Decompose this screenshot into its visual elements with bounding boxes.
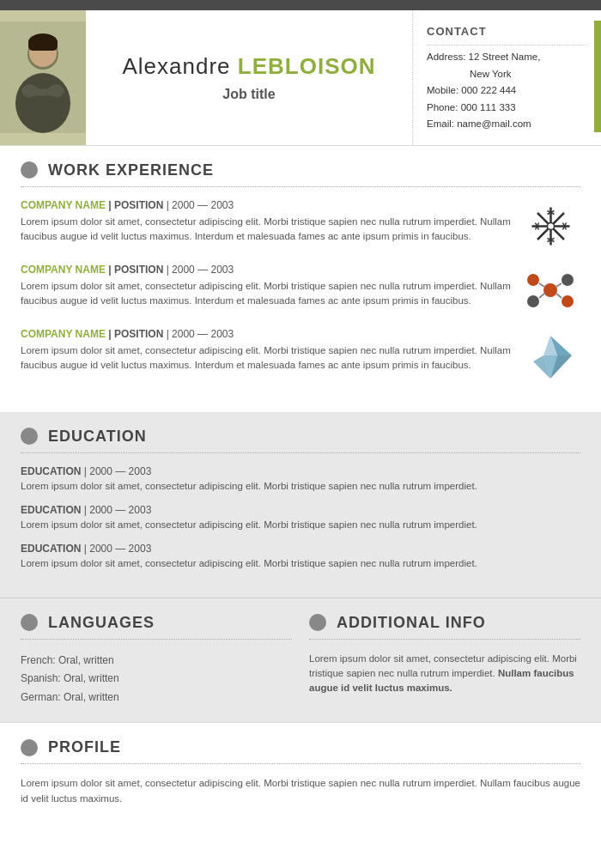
work-icon-1 [520, 199, 580, 250]
work-item: COMPANY NAME | POSITION | 2000 — 2003 Lo… [21, 199, 580, 250]
work-item-header: COMPANY NAME | POSITION | 2000 — 2003 [21, 264, 520, 276]
svg-point-20 [527, 274, 539, 286]
work-item-content: COMPANY NAME | POSITION | 2000 — 2003 Lo… [21, 199, 520, 250]
svg-line-27 [556, 294, 562, 298]
work-item: COMPANY NAME | POSITION | 2000 — 2003 Lo… [21, 328, 580, 383]
edu-item-header: EDUCATION | 2000 — 2003 [21, 543, 580, 555]
profile-divider [21, 763, 580, 764]
last-name: LEBLOISON [238, 53, 376, 79]
work-item-header: COMPANY NAME | POSITION | 2000 — 2003 [21, 199, 520, 211]
work-divider [21, 186, 580, 187]
profile-title: PROFILE [48, 738, 121, 756]
education-section: EDUCATION EDUCATION | 2000 — 2003 Lorem … [0, 412, 601, 598]
education-dot [21, 428, 38, 445]
svg-point-19 [543, 283, 557, 297]
profile-section: PROFILE Lorem ipsum dolor sit amet, cons… [0, 722, 601, 822]
education-header: EDUCATION [21, 428, 580, 446]
svg-point-2 [15, 73, 70, 133]
job-title: Job title [222, 87, 275, 102]
svg-point-21 [562, 274, 574, 286]
top-bar [0, 0, 601, 10]
education-item: EDUCATION | 2000 — 2003 Lorem ipsum dolo… [21, 504, 580, 532]
first-name: Alexandre [123, 53, 231, 79]
work-item-content: COMPANY NAME | POSITION | 2000 — 2003 Lo… [21, 328, 520, 383]
education-item: EDUCATION | 2000 — 2003 Lorem ipsum dolo… [21, 543, 580, 571]
education-item: EDUCATION | 2000 — 2003 Lorem ipsum dolo… [21, 465, 580, 494]
full-name: Alexandre LEBLOISON [123, 53, 376, 80]
work-experience-title: WORK EXPERIENCE [48, 161, 214, 179]
additional-info-header: ADDITIONAL INFO [309, 614, 580, 632]
svg-point-22 [527, 295, 539, 307]
languages-additional-section: LANGUAGES French: Oral, written Spanish:… [0, 598, 601, 723]
language-item: German: Oral, written [21, 689, 292, 707]
work-icon-3 [520, 328, 580, 383]
additional-info-col: ADDITIONAL INFO Lorem ipsum dolor sit am… [309, 614, 580, 707]
edu-item-header: EDUCATION | 2000 — 2003 [21, 465, 580, 477]
languages-divider [21, 639, 292, 640]
svg-line-26 [539, 294, 544, 298]
svg-line-25 [556, 283, 562, 287]
work-item-content: COMPANY NAME | POSITION | 2000 — 2003 Lo… [21, 264, 520, 314]
languages-col: LANGUAGES French: Oral, written Spanish:… [21, 614, 292, 707]
languages-title: LANGUAGES [48, 614, 155, 632]
contact-mobile: Mobile: 000 222 444 [427, 82, 587, 100]
work-item-header: COMPANY NAME | POSITION | 2000 — 2003 [21, 328, 520, 340]
language-item: Spanish: Oral, written [21, 670, 292, 689]
education-title: EDUCATION [48, 428, 147, 446]
work-icon-2 [520, 264, 580, 314]
additional-info-text: Lorem ipsum dolor sit amet, consectetur … [309, 652, 580, 696]
profile-text: Lorem ipsum dolor sit amet, consectetur … [21, 776, 580, 806]
side-accent-bar [594, 21, 601, 132]
additional-info-divider [309, 639, 580, 640]
languages-header: LANGUAGES [21, 614, 292, 632]
work-experience-section: WORK EXPERIENCE COMPANY NAME | POSITION … [0, 146, 601, 412]
language-item: French: Oral, written [21, 652, 292, 671]
contact-phone: Phone: 000 111 333 [427, 100, 587, 117]
two-col-layout: LANGUAGES French: Oral, written Spanish:… [21, 614, 580, 707]
svg-point-18 [547, 222, 554, 229]
contact-email: Email: name@mail.com [427, 116, 587, 133]
contact-address: Address: 12 Street Name, New York [427, 49, 587, 82]
work-experience-dot [21, 161, 38, 179]
header-name-area: Alexandre LEBLOISON Job title [86, 10, 412, 145]
additional-info-title: ADDITIONAL INFO [337, 614, 486, 632]
edu-item-header: EDUCATION | 2000 — 2003 [21, 504, 580, 516]
svg-line-24 [539, 283, 544, 287]
profile-dot [21, 739, 38, 756]
work-experience-header: WORK EXPERIENCE [21, 161, 580, 179]
work-item: COMPANY NAME | POSITION | 2000 — 2003 Lo… [21, 264, 580, 314]
profile-photo [0, 10, 86, 145]
contact-section: CONTACT Address: 12 Street Name, New Yor… [412, 10, 601, 145]
education-divider [21, 452, 580, 453]
svg-point-23 [562, 295, 574, 307]
additional-info-dot [309, 614, 326, 631]
contact-title: CONTACT [427, 22, 587, 46]
profile-header: PROFILE [21, 738, 580, 756]
header: Alexandre LEBLOISON Job title CONTACT Ad… [0, 10, 601, 146]
languages-dot [21, 614, 38, 631]
svg-rect-5 [28, 39, 58, 51]
